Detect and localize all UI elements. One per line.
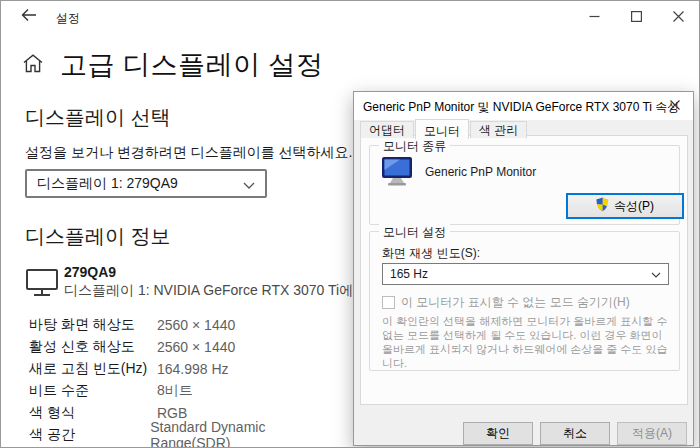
back-arrow-icon: [21, 8, 37, 26]
window-title: 설정: [56, 10, 80, 27]
tab-monitor[interactable]: 모니터: [415, 119, 469, 139]
display-select-description: 설정을 보거나 변경하려면 디스플레이를 선택하세요.: [25, 144, 352, 162]
property-value: 164.998 Hz: [157, 361, 229, 377]
device-name: Generic PnP Monitor: [425, 165, 536, 179]
dialog-close-button[interactable]: [661, 94, 689, 118]
tab-color-management[interactable]: 색 관리: [470, 121, 527, 138]
display-info-heading: 디스플레이 정보: [25, 223, 171, 250]
home-icon: [23, 54, 43, 77]
page-title: 고급 디스플레이 설정: [60, 47, 324, 83]
refresh-rate-value: 165 Hz: [390, 267, 651, 281]
property-value: 2560 × 1440: [157, 339, 235, 355]
properties-button-label: 속성(P): [614, 198, 654, 215]
close-icon: [673, 8, 684, 26]
uac-shield-icon: [596, 197, 609, 215]
chevron-down-icon: [243, 175, 255, 193]
property-row: 비트 수준 8비트: [29, 380, 339, 402]
monitor-icon: [26, 269, 58, 297]
property-label: 바탕 화면 해상도: [29, 316, 157, 334]
refresh-rate-dropdown[interactable]: 165 Hz: [382, 263, 669, 285]
maximize-icon: [631, 8, 642, 26]
property-label: 색 공간: [29, 426, 150, 444]
page-header: 고급 디스플레이 설정: [23, 47, 324, 83]
minimize-icon: [589, 8, 600, 26]
display-select-heading: 디스플레이 선택: [25, 104, 171, 131]
dialog-tabs: 어댑터 모니터 색 관리: [360, 119, 528, 138]
monitor-connection: 디스플레이 1: NVIDIA GeForce RTX 3070 Ti에 연결됨: [64, 282, 399, 300]
monitor-type-group-label: 모니터 종류: [379, 138, 450, 155]
close-button[interactable]: [657, 1, 699, 33]
property-row: 바탕 화면 해상도 2560 × 1440: [29, 314, 339, 336]
maximize-button[interactable]: [615, 1, 657, 33]
hide-modes-label: 이 모니터가 표시할 수 없는 모드 숨기기(H): [401, 294, 630, 311]
close-icon: [670, 99, 680, 113]
warning-text: 이 확인란의 선택을 해제하면 모니터가 올바르게 표시할 수 없는 모드를 선…: [382, 314, 670, 370]
monitor-settings-group: 모니터 설정 화면 재생 빈도(S): 165 Hz 이 모니터가 표시할 수 …: [369, 231, 680, 371]
monitor-settings-group-label: 모니터 설정: [379, 224, 450, 241]
hide-modes-checkbox[interactable]: [382, 296, 395, 309]
monitor-type-group: 모니터 종류 Generic PnP Monitor: [369, 145, 680, 225]
property-value: 8비트: [157, 382, 193, 400]
property-label: 색 형식: [29, 404, 157, 422]
cancel-button[interactable]: 취소: [540, 422, 610, 445]
tab-adapter[interactable]: 어댑터: [360, 121, 414, 138]
property-label: 비트 수준: [29, 382, 157, 400]
display-properties: 바탕 화면 해상도 2560 × 1440 활성 신호 해상도 2560 × 1…: [29, 314, 339, 446]
property-label: 활성 신호 해상도: [29, 338, 157, 356]
hide-modes-row: 이 모니터가 표시할 수 없는 모드 숨기기(H): [382, 294, 630, 311]
monitor-name: 279QA9: [64, 264, 116, 280]
display-select-dropdown[interactable]: 디스플레이 1: 279QA9: [25, 169, 267, 198]
minimize-button[interactable]: [573, 1, 615, 33]
property-label: 새로 고침 빈도(Hz): [29, 360, 157, 378]
dialog-titlebar: Generic PnP Monitor 및 NVIDIA GeForce RTX…: [354, 92, 693, 120]
back-button[interactable]: [9, 1, 49, 33]
display-select-value: 디스플레이 1: 279QA9: [37, 175, 243, 193]
dialog-buttons: 확인 취소 적용(A): [463, 422, 687, 445]
dialog-title: Generic PnP Monitor 및 NVIDIA GeForce RTX…: [363, 99, 679, 116]
ok-button[interactable]: 확인: [463, 422, 533, 445]
monitor-properties-dialog: Generic PnP Monitor 및 NVIDIA GeForce RTX…: [353, 91, 694, 446]
property-row: 색 공간 Standard Dynamic Range(SDR): [29, 424, 339, 446]
monitor-device-icon: [381, 156, 415, 189]
chevron-down-icon: [651, 267, 661, 281]
settings-window: 설정 고급 디스플레이 설정: [0, 0, 700, 448]
window-controls: [573, 1, 699, 33]
apply-button[interactable]: 적용(A): [617, 422, 687, 445]
property-row: 활성 신호 해상도 2560 × 1440: [29, 336, 339, 358]
property-row: 새로 고침 빈도(Hz) 164.998 Hz: [29, 358, 339, 380]
refresh-rate-label: 화면 재생 빈도(S):: [382, 245, 480, 262]
titlebar: 설정: [1, 1, 699, 33]
monitor-tab-page: 모니터 종류 Generic PnP Monitor: [360, 135, 688, 405]
property-value: Standard Dynamic Range(SDR): [150, 419, 339, 448]
properties-button[interactable]: 속성(P): [566, 193, 684, 219]
property-value: 2560 × 1440: [157, 317, 235, 333]
